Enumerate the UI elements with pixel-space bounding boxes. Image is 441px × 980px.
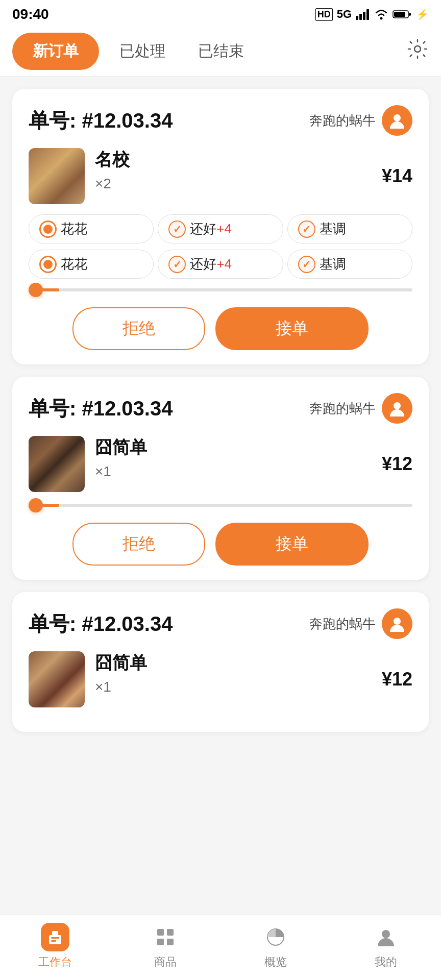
option-label-1-2-1: 花花 <box>61 255 87 273</box>
option-1-2-1[interactable]: 花花 <box>29 250 154 279</box>
order-card-2: 单号: #12.03.34 奔跑的蜗牛 囧简单 ×1 ¥12 <box>12 377 429 580</box>
svg-point-21 <box>382 930 390 938</box>
check-1-1-3[interactable]: ✓ <box>298 220 315 238</box>
main-content: 单号: #12.03.34 奔跑的蜗牛 名校 ×2 ¥14 <box>0 77 441 814</box>
bottom-nav: 工作台 商品 概览 <box>0 914 441 980</box>
order-id-3: 单号: #12.03.34 <box>29 610 173 638</box>
radio-1-1-1[interactable] <box>39 220 57 238</box>
order-card-1: 单号: #12.03.34 奔跑的蜗牛 名校 ×2 ¥14 <box>12 89 429 364</box>
tab-processed[interactable]: 已处理 <box>107 33 178 70</box>
progress-bar-1[interactable] <box>29 287 412 293</box>
check-1-2-3[interactable]: ✓ <box>298 256 315 273</box>
order-id-1: 单号: #12.03.34 <box>29 107 173 135</box>
order-id-2: 单号: #12.03.34 <box>29 395 173 423</box>
svg-rect-14 <box>51 940 56 942</box>
order-user-1: 奔跑的蜗牛 <box>309 105 412 136</box>
product-name-2: 囧简单 <box>95 436 372 459</box>
product-qty-3: ×1 <box>95 679 372 695</box>
tab-new-order[interactable]: 新订单 <box>12 33 99 70</box>
check-1-1-2[interactable]: ✓ <box>168 220 186 238</box>
order-username-1: 奔跑的蜗牛 <box>309 112 376 130</box>
option-1-2-2[interactable]: ✓ 还好+4 <box>158 250 283 279</box>
person-icon-1 <box>388 111 406 130</box>
order-username-2: 奔跑的蜗牛 <box>309 400 376 418</box>
svg-point-8 <box>414 46 421 52</box>
progress-thumb-2[interactable] <box>29 498 43 512</box>
wifi-icon <box>374 9 388 20</box>
order-user-2: 奔跑的蜗牛 <box>309 393 412 424</box>
progress-bar-2[interactable] <box>29 502 412 508</box>
settings-button[interactable] <box>406 38 429 65</box>
svg-point-10 <box>394 402 401 409</box>
mine-icon <box>372 923 400 951</box>
svg-rect-1 <box>359 14 362 20</box>
action-buttons-2: 拒绝 接单 <box>29 523 412 566</box>
product-info-3: 囧简单 ×1 <box>95 651 372 695</box>
products-icon <box>151 923 180 951</box>
option-rows-1: 花花 ✓ 还好+4 ✓ 基调 <box>29 214 412 279</box>
tab-finished[interactable]: 已结束 <box>186 33 256 70</box>
check-1-2-2[interactable]: ✓ <box>168 256 186 273</box>
user-avatar-3 <box>382 608 412 639</box>
hd-icon: HD <box>315 8 333 21</box>
person-icon-2 <box>388 399 406 418</box>
option-label-1-2-3: 基调 <box>320 255 346 273</box>
option-label-1-1-1: 花花 <box>61 220 87 238</box>
nav-item-mine[interactable]: 我的 <box>331 923 441 970</box>
product-info-1: 名校 ×2 <box>95 148 372 192</box>
order-card-3: 单号: #12.03.34 奔跑的蜗牛 囧简单 ×1 ¥12 <box>12 592 429 732</box>
svg-rect-6 <box>394 12 405 17</box>
product-price-2: ¥12 <box>382 453 412 475</box>
order-header-2: 单号: #12.03.34 奔跑的蜗牛 <box>29 393 412 424</box>
accept-button-1[interactable]: 接单 <box>215 307 369 350</box>
overview-icon <box>261 923 290 951</box>
battery-icon <box>393 9 412 20</box>
product-name-1: 名校 <box>95 148 372 172</box>
product-name-3: 囧简单 <box>95 651 372 675</box>
product-row-3: 囧简单 ×1 ¥12 <box>29 651 412 707</box>
nav-label-mine: 我的 <box>375 954 397 970</box>
svg-rect-12 <box>49 935 61 944</box>
svg-rect-3 <box>366 9 369 20</box>
option-1-1-3[interactable]: ✓ 基调 <box>287 214 412 243</box>
workbench-icon <box>41 923 69 951</box>
progress-thumb-1[interactable] <box>29 283 43 297</box>
nav-item-workbench[interactable]: 工作台 <box>0 923 110 970</box>
option-1-1-1[interactable]: 花花 <box>29 214 154 243</box>
status-bar: 09:40 HD 5G ⚡ <box>0 0 441 27</box>
charge-icon: ⚡ <box>416 8 429 20</box>
product-qty-2: ×1 <box>95 463 372 480</box>
svg-rect-13 <box>51 937 59 939</box>
product-image-3 <box>29 651 85 707</box>
signal-bars-icon <box>356 9 370 20</box>
status-icons: HD 5G ⚡ <box>315 8 429 21</box>
reject-button-1[interactable]: 拒绝 <box>72 307 205 350</box>
product-price-3: ¥12 <box>382 669 412 690</box>
person-icon-3 <box>388 615 406 633</box>
svg-rect-19 <box>167 939 174 945</box>
radio-1-2-1[interactable] <box>39 256 57 273</box>
reject-button-2[interactable]: 拒绝 <box>72 523 205 566</box>
option-row-1-2: 花花 ✓ 还好+4 ✓ 基调 <box>29 250 412 279</box>
option-row-1-1: 花花 ✓ 还好+4 ✓ 基调 <box>29 214 412 243</box>
svg-rect-7 <box>409 13 411 16</box>
option-1-1-2[interactable]: ✓ 还好+4 <box>158 214 283 243</box>
action-buttons-1: 拒绝 接单 <box>29 307 412 350</box>
product-info-2: 囧简单 ×1 <box>95 436 372 480</box>
progress-track-1 <box>29 288 412 291</box>
option-1-2-3[interactable]: ✓ 基调 <box>287 250 412 279</box>
nav-item-products[interactable]: 商品 <box>110 923 220 970</box>
svg-rect-17 <box>167 929 174 936</box>
nav-item-overview[interactable]: 概览 <box>220 923 331 970</box>
svg-rect-18 <box>157 939 164 945</box>
order-username-3: 奔跑的蜗牛 <box>309 615 376 633</box>
nav-label-overview: 概览 <box>264 954 287 970</box>
option-label-1-2-2: 还好+4 <box>190 255 232 273</box>
option-label-1-1-2: 还好+4 <box>190 220 232 238</box>
accept-button-2[interactable]: 接单 <box>215 523 369 566</box>
order-user-3: 奔跑的蜗牛 <box>309 608 412 639</box>
option-label-1-1-3: 基调 <box>320 220 346 238</box>
svg-point-9 <box>394 114 401 121</box>
nav-label-products: 商品 <box>154 954 177 970</box>
svg-rect-2 <box>363 12 365 20</box>
